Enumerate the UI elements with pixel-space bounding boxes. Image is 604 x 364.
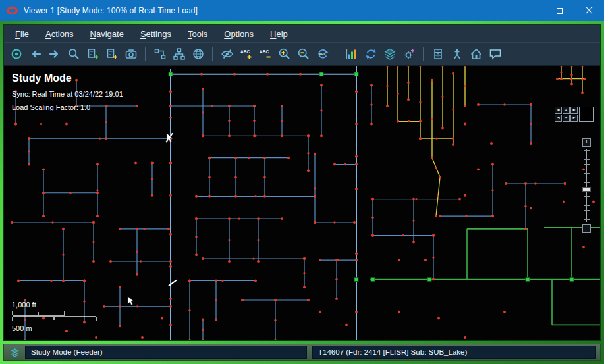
status-selection-field: T14607 (Fdr: 2414 [FLISR] Sub: SUB_Lake) [312, 346, 596, 359]
pan-control: ◂ ▴ ▸ ◂ ▾ ▸ [555, 107, 594, 122]
layers-button[interactable] [381, 45, 398, 63]
zoom-out-icon [297, 47, 310, 61]
menu-settings[interactable]: Settings [140, 29, 171, 39]
panel-button[interactable] [429, 45, 447, 63]
minimize-button[interactable] [515, 0, 545, 21]
menu-actions[interactable]: Actions [45, 29, 74, 39]
status-mode-field: Study Mode (Feeder) [25, 346, 307, 359]
forward-icon [48, 47, 61, 61]
survey-button[interactable] [448, 45, 466, 63]
window-controls [515, 0, 604, 21]
panel-icon [431, 47, 445, 61]
pan-preview[interactable] [579, 107, 594, 122]
minimize-icon [527, 11, 534, 11]
save-view-green-button[interactable] [84, 45, 101, 63]
chart-icon [345, 47, 358, 61]
world-button[interactable] [189, 45, 207, 63]
save-view-green-icon [86, 47, 99, 61]
title-bar: Viewer 1 [Study Mode: 100% of Real-Time … [0, 0, 604, 21]
status-layers-icon [9, 347, 20, 357]
camera-button[interactable] [122, 45, 140, 63]
chat-icon [489, 47, 502, 61]
text-decrease-icon: ABC [259, 47, 272, 61]
chat-button[interactable] [486, 45, 504, 63]
menu-navigate[interactable]: Navigate [90, 29, 124, 39]
study-mode-frame: File Actions Navigate Settings Tools Opt… [0, 21, 604, 364]
scale-bar-graphic [12, 311, 99, 323]
load-scaling-label: Load Scaling Factor: 1.0 [12, 103, 123, 111]
home-button[interactable] [467, 45, 485, 63]
layers-icon [383, 47, 397, 61]
pan-down-button[interactable]: ▾ [563, 115, 570, 122]
sync-icon [364, 47, 377, 61]
toolbar-separator [145, 47, 146, 61]
toolbar-separator [212, 47, 213, 61]
menu-help[interactable]: Help [270, 29, 288, 39]
close-button[interactable] [574, 0, 604, 21]
survey-icon [451, 47, 464, 61]
link-small-button[interactable] [151, 45, 169, 63]
pan-left-button[interactable]: ◂ [555, 107, 562, 114]
oracle-logo-icon [7, 7, 18, 14]
zoom-slider-handle[interactable] [582, 187, 591, 192]
search-icon [67, 47, 80, 61]
link-small-icon [153, 47, 167, 61]
text-increase-icon: ABC [240, 47, 253, 61]
svg-text:ABC: ABC [260, 49, 269, 54]
menu-file[interactable]: File [15, 29, 29, 39]
map-viewport[interactable]: Study Mode Sync: Real Time at 03/24/22 1… [4, 66, 600, 340]
chart-button[interactable] [343, 45, 360, 63]
pan-right-lower-button[interactable]: ▸ [570, 115, 578, 122]
scale-ft-label: 1,000 ft [12, 301, 99, 309]
declutter-icon: ABC [316, 47, 329, 61]
toolbar: ABC ABC ABC [4, 42, 600, 66]
maximize-icon [557, 8, 563, 14]
camera-icon [124, 47, 138, 61]
declutter-button[interactable]: ABC [314, 45, 331, 63]
record-icon [10, 47, 23, 61]
back-button[interactable] [26, 45, 44, 63]
hide-symbols-button[interactable] [218, 45, 236, 63]
svg-text:ABC: ABC [319, 52, 326, 56]
window-title: Viewer 1 [Study Mode: 100% of Real-Time … [24, 6, 198, 15]
world-icon [192, 47, 205, 61]
svg-text:ABC: ABC [240, 49, 250, 54]
pan-right-button[interactable]: ▸ [570, 107, 578, 114]
menu-bar: File Actions Navigate Settings Tools Opt… [4, 25, 600, 42]
viewer-window: Viewer 1 [Study Mode: 100% of Real-Time … [0, 0, 604, 364]
study-mode-label: Study Mode [12, 72, 123, 84]
pan-up-button[interactable]: ▴ [563, 107, 570, 114]
zoom-out-button[interactable] [294, 45, 312, 63]
sync-button[interactable] [362, 45, 379, 63]
menu-options[interactable]: Options [224, 29, 254, 39]
save-view-yellow-button[interactable] [103, 45, 121, 63]
zoom-slider-out-button[interactable]: − [582, 224, 591, 233]
toolbar-separator [423, 47, 424, 61]
zoom-control: + − [582, 138, 591, 233]
map-overlay-info: Study Mode Sync: Real Time at 03/24/22 1… [12, 72, 123, 117]
record-button[interactable] [7, 45, 25, 63]
text-decrease-button[interactable]: ABC [256, 45, 274, 63]
maximize-button[interactable] [545, 0, 574, 21]
search-button[interactable] [65, 45, 82, 63]
save-view-yellow-icon [105, 47, 119, 61]
home-icon [470, 47, 483, 61]
forward-button[interactable] [45, 45, 63, 63]
link-tree-button[interactable] [170, 45, 188, 63]
gear-add-button[interactable] [400, 45, 418, 63]
link-tree-icon [173, 47, 186, 61]
status-bar: Study Mode (Feeder) T14607 (Fdr: 2414 [F… [3, 344, 601, 361]
scale-m-label: 500 m [12, 325, 99, 332]
zoom-slider-track[interactable] [582, 149, 591, 222]
pan-left-lower-button[interactable]: ◂ [555, 115, 562, 122]
eye-slash-icon [221, 47, 234, 61]
back-icon [29, 47, 42, 61]
text-increase-button[interactable]: ABC [237, 45, 255, 63]
zoom-in-button[interactable] [275, 45, 293, 63]
scale-bar: 1,000 ft 500 m [12, 301, 99, 332]
zoom-in-icon [278, 47, 291, 61]
toolbar-separator [337, 47, 337, 61]
sync-time-label: Sync: Real Time at 03/24/22 19:01 [12, 90, 123, 98]
zoom-slider-in-button[interactable]: + [582, 138, 591, 147]
menu-tools[interactable]: Tools [188, 29, 207, 39]
